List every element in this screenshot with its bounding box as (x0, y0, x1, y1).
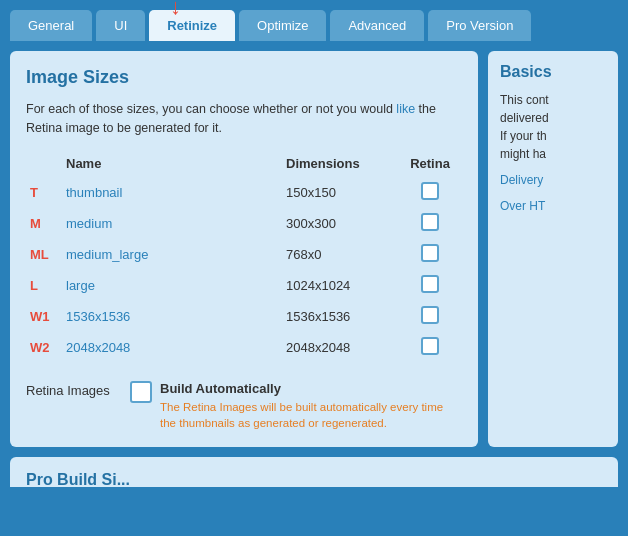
checkbox[interactable] (421, 244, 439, 262)
right-panel: Basics This contdeliveredIf your thmight… (488, 51, 618, 447)
build-auto-description: The Retina Images will be built automati… (160, 399, 462, 431)
table-row: T thumbnail 150x150 (26, 177, 462, 208)
checkbox[interactable] (421, 306, 439, 324)
content-area: Image Sizes For each of those sizes, you… (0, 41, 628, 457)
row-dimensions: 300x300 (282, 208, 402, 239)
description-link[interactable]: like (396, 102, 415, 116)
build-auto-text-group: Build Automatically The Retina Images wi… (160, 381, 462, 431)
table-row: L large 1024x1024 (26, 270, 462, 301)
right-panel-link1[interactable]: Delivery (500, 171, 606, 189)
col-header-dimensions: Dimensions (282, 152, 402, 177)
right-panel-title: Basics (500, 63, 606, 81)
row-abbr: M (26, 208, 62, 239)
row-dimensions: 2048x2048 (282, 332, 402, 363)
checkbox[interactable] (421, 337, 439, 355)
tab-retinize[interactable]: Retinize (149, 10, 235, 41)
row-dimensions: 1536x1536 (282, 301, 402, 332)
row-retina-checkbox[interactable] (402, 177, 462, 208)
tab-optimize[interactable]: Optimize (239, 10, 326, 41)
row-name[interactable]: 1536x1536 (62, 301, 282, 332)
tab-advanced[interactable]: Advanced (330, 10, 424, 41)
table-row: M medium 300x300 (26, 208, 462, 239)
retina-images-row: Retina Images Build Automatically The Re… (26, 381, 462, 431)
row-abbr: T (26, 177, 62, 208)
build-auto-checkbox[interactable] (130, 381, 152, 403)
row-name[interactable]: thumbnail (62, 177, 282, 208)
row-name[interactable]: medium_large (62, 239, 282, 270)
row-retina-checkbox[interactable] (402, 239, 462, 270)
row-name[interactable]: large (62, 270, 282, 301)
sizes-table: Name Dimensions Retina T thumbnail 150x1… (26, 152, 462, 363)
tabs-bar: ↓ General UI Retinize Optimize Advanced … (0, 0, 628, 41)
col-header-retina: Retina (402, 152, 462, 177)
row-abbr: ML (26, 239, 62, 270)
row-abbr: W2 (26, 332, 62, 363)
row-dimensions: 768x0 (282, 239, 402, 270)
tab-pro-version[interactable]: Pro Version (428, 10, 531, 41)
row-retina-checkbox[interactable] (402, 208, 462, 239)
table-row: W2 2048x2048 2048x2048 (26, 332, 462, 363)
row-retina-checkbox[interactable] (402, 270, 462, 301)
left-panel: Image Sizes For each of those sizes, you… (10, 51, 478, 447)
description: For each of those sizes, you can choose … (26, 100, 462, 138)
right-panel-text1: This contdeliveredIf your thmight ha (500, 91, 606, 163)
table-row: ML medium_large 768x0 (26, 239, 462, 270)
over-http-link[interactable]: Over HT (500, 199, 545, 213)
bottom-partial-title: Pro Build Si... (26, 471, 602, 487)
build-auto-section: Build Automatically The Retina Images wi… (130, 381, 462, 431)
build-auto-label: Build Automatically (160, 381, 462, 396)
checkbox[interactable] (421, 182, 439, 200)
panel-title: Image Sizes (26, 67, 462, 88)
row-retina-checkbox[interactable] (402, 301, 462, 332)
right-panel-link2[interactable]: Over HT (500, 197, 606, 215)
row-name[interactable]: 2048x2048 (62, 332, 282, 363)
checkbox[interactable] (421, 213, 439, 231)
row-dimensions: 1024x1024 (282, 270, 402, 301)
row-retina-checkbox[interactable] (402, 332, 462, 363)
table-row: W1 1536x1536 1536x1536 (26, 301, 462, 332)
bottom-partial-panel: Pro Build Si... (10, 457, 618, 487)
retina-images-label: Retina Images (26, 381, 116, 398)
row-dimensions: 150x150 (282, 177, 402, 208)
row-abbr: W1 (26, 301, 62, 332)
arrow-indicator: ↓ (170, 0, 181, 20)
tab-general[interactable]: General (10, 10, 92, 41)
row-abbr: L (26, 270, 62, 301)
row-name[interactable]: medium (62, 208, 282, 239)
delivery-link[interactable]: Delivery (500, 173, 543, 187)
checkbox[interactable] (421, 275, 439, 293)
tab-ui[interactable]: UI (96, 10, 145, 41)
col-header-name: Name (62, 152, 282, 177)
